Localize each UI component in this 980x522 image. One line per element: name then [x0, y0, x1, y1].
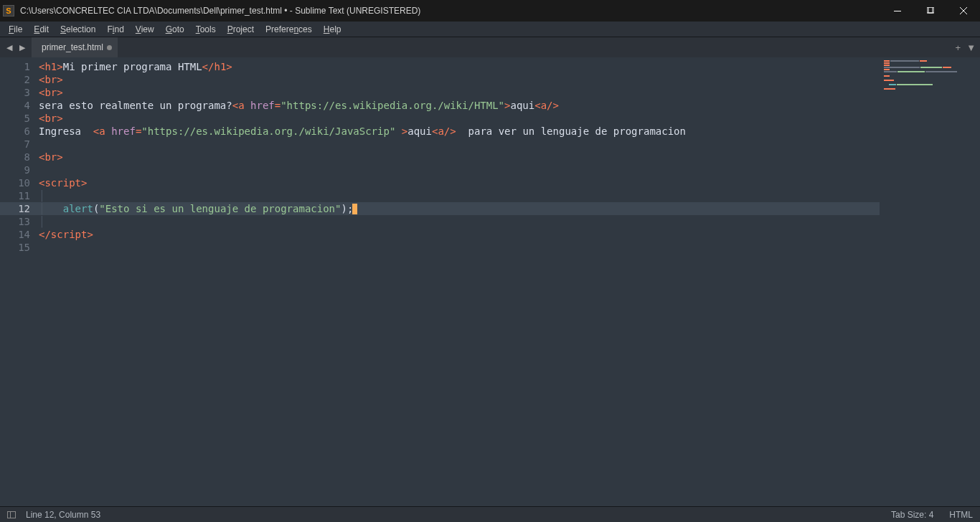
line-number: 8	[0, 151, 30, 163]
line-number: 15	[0, 241, 30, 254]
window-title: C:\Users\CONCRELTEC CIA LTDA\Documents\D…	[20, 6, 881, 16]
new-tab-icon[interactable]: +	[956, 42, 961, 53]
minimap[interactable]	[880, 57, 980, 506]
tab-bar: ◀ ▶ primer_test.html + ▼	[0, 37, 980, 57]
tab-nav: ◀ ▶	[0, 37, 32, 57]
line-number: 4	[0, 99, 30, 112]
menu-preferences[interactable]: Preferences	[260, 23, 318, 36]
nav-forward-icon[interactable]: ▶	[17, 42, 28, 53]
line-number: 9	[0, 163, 30, 176]
status-tab-size[interactable]: Tab Size: 4	[891, 510, 933, 520]
minimize-button[interactable]	[881, 0, 914, 22]
code-line	[39, 163, 880, 176]
code-line: <h1>Mi primer programa HTML</h1>	[39, 60, 880, 73]
menu-find[interactable]: Find	[101, 23, 129, 36]
tab-primer-test[interactable]: primer_test.html	[32, 37, 118, 57]
menu-view[interactable]: View	[130, 23, 160, 36]
code-line: │	[39, 189, 880, 202]
status-syntax[interactable]: HTML	[949, 510, 973, 520]
menu-file[interactable]: File	[3, 23, 28, 36]
nav-back-icon[interactable]: ◀	[4, 42, 15, 53]
svg-rect-1	[927, 7, 933, 13]
code-line: <br>	[39, 112, 880, 125]
menu-bar: File Edit Selection Find View Goto Tools…	[0, 22, 980, 37]
code-line: sera esto realmente un programa?<a href=…	[39, 99, 880, 112]
code-editor[interactable]: <h1>Mi primer programa HTML</h1> <br> <b…	[39, 57, 880, 506]
line-number: 11	[0, 189, 30, 202]
close-button[interactable]	[947, 0, 980, 22]
tab-menu-icon[interactable]: ▼	[966, 42, 976, 53]
tab-spacer	[118, 37, 946, 57]
line-number: 1	[0, 60, 30, 73]
dirty-indicator-icon	[107, 45, 112, 50]
line-number: 13	[0, 215, 30, 228]
status-bar: Line 12, Column 53 Tab Size: 4 HTML	[0, 506, 980, 522]
minimize-icon	[894, 11, 901, 11]
svg-rect-2	[928, 7, 934, 13]
code-line-current: │ alert("Esto si es un lenguaje de progr…	[39, 202, 880, 215]
tab-label: primer_test.html	[42, 42, 103, 52]
menu-help[interactable]: Help	[318, 23, 347, 36]
maximize-button[interactable]	[914, 0, 947, 22]
gutter: 1 2 3 4 5 6 7 8 9 10 11 12 13 14 15	[0, 57, 39, 506]
line-number-current: 12	[0, 202, 39, 215]
line-number: 7	[0, 138, 30, 151]
line-number: 14	[0, 228, 30, 241]
cursor-icon	[352, 204, 357, 214]
close-icon	[960, 7, 967, 14]
app-icon: S	[3, 5, 14, 16]
line-number: 10	[0, 176, 30, 189]
code-line: </script>	[39, 228, 880, 241]
maximize-icon	[927, 7, 934, 14]
code-line: <br>	[39, 86, 880, 99]
code-line: <br>	[39, 73, 880, 86]
code-line	[39, 138, 880, 151]
code-line	[39, 241, 880, 254]
line-number: 5	[0, 112, 30, 125]
panel-toggle-icon[interactable]	[7, 511, 16, 518]
menu-goto[interactable]: Goto	[160, 23, 190, 36]
code-line: <script>	[39, 176, 880, 189]
editor-area: 1 2 3 4 5 6 7 8 9 10 11 12 13 14 15 <h1>…	[0, 57, 980, 506]
code-line: Ingresa <a href="https://es.wikipedia.or…	[39, 125, 880, 138]
status-position[interactable]: Line 12, Column 53	[26, 510, 891, 520]
window-controls	[881, 0, 980, 22]
code-line: │	[39, 215, 880, 228]
menu-selection[interactable]: Selection	[55, 23, 101, 36]
menu-edit[interactable]: Edit	[28, 23, 55, 36]
line-number: 6	[0, 125, 30, 138]
menu-tools[interactable]: Tools	[190, 23, 222, 36]
line-number: 2	[0, 73, 30, 86]
tab-actions: + ▼	[946, 37, 980, 57]
svg-rect-0	[894, 11, 901, 11]
title-bar: S C:\Users\CONCRELTEC CIA LTDA\Documents…	[0, 0, 980, 22]
menu-project[interactable]: Project	[222, 23, 260, 36]
line-number: 3	[0, 86, 30, 99]
code-line: <br>	[39, 151, 880, 163]
